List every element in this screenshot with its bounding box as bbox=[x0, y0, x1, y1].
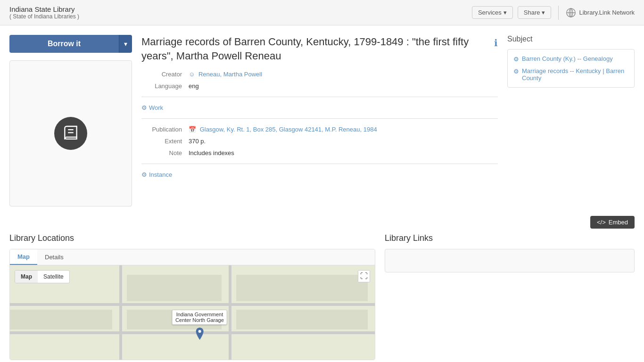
publication-label: Publication bbox=[141, 123, 189, 135]
map-block-3 bbox=[10, 310, 112, 329]
note-value: Includes indexes bbox=[189, 147, 498, 159]
embed-button[interactable]: </> Embed bbox=[590, 216, 635, 229]
bottom-section: Library Locations Map Details bbox=[0, 233, 644, 362]
subject-box: ⚙ Barren County (Ky.) -- Genealogy ⚙ Mar… bbox=[507, 49, 635, 88]
calendar-icon: 📅 bbox=[189, 126, 196, 133]
gear-work-icon: ⚙ bbox=[141, 104, 147, 111]
map-marker: Indiana GovernmentCenter North Garage bbox=[172, 310, 227, 341]
instance-label: Instance bbox=[149, 171, 172, 178]
svg-point-6 bbox=[198, 330, 201, 333]
language-row: Language eng bbox=[141, 80, 498, 92]
network-globe-icon bbox=[566, 8, 576, 18]
subject-link-1[interactable]: Marriage records -- Kentucky | Barren Co… bbox=[522, 67, 628, 82]
borrow-dropdown-button[interactable]: ▾ bbox=[119, 35, 132, 53]
extent-row: Extent 370 p. bbox=[141, 135, 498, 147]
work-row: ⚙ Work bbox=[141, 102, 498, 114]
share-chevron-icon: ▾ bbox=[542, 9, 545, 16]
map-road-v1 bbox=[119, 265, 122, 360]
person-icon: ☺ bbox=[189, 71, 195, 78]
map-block-2 bbox=[236, 275, 368, 301]
divider-work bbox=[141, 97, 498, 97]
record-title-text: Marriage records of Barren County, Kentu… bbox=[141, 36, 469, 62]
map-container: Map Details bbox=[9, 249, 375, 360]
header-divider bbox=[558, 6, 559, 20]
institution-sub: ( State of Indiana Libraries ) bbox=[9, 13, 79, 20]
book-cover-image bbox=[9, 60, 132, 206]
work-label: Work bbox=[149, 104, 163, 111]
gear-instance-icon: ⚙ bbox=[141, 171, 147, 178]
creator-link[interactable]: Reneau, Martha Powell bbox=[198, 71, 262, 78]
borrow-it-button[interactable]: Borrow it bbox=[9, 35, 119, 53]
map-road-v2 bbox=[229, 265, 231, 360]
gear-icon-0: ⚙ bbox=[513, 56, 519, 63]
borrow-button-group: Borrow it ▾ bbox=[9, 35, 132, 53]
book-icon bbox=[62, 124, 80, 142]
instance-row: ⚙ Instance bbox=[141, 169, 498, 181]
map-tab-details[interactable]: Details bbox=[37, 249, 71, 265]
institution-name: Indiana State Library bbox=[9, 5, 79, 13]
main-content: Borrow it ▾ Marriage records of Barren C… bbox=[0, 25, 644, 216]
map-block-5 bbox=[236, 310, 368, 329]
map-block-1 bbox=[127, 275, 222, 301]
services-chevron-icon: ▾ bbox=[504, 9, 507, 16]
note-row: Note Includes indexes bbox=[141, 147, 498, 159]
share-label: Share bbox=[524, 9, 540, 16]
subject-item-1: ⚙ Marriage records -- Kentucky | Barren … bbox=[513, 67, 628, 82]
map-button-map[interactable]: Map bbox=[15, 271, 38, 283]
metadata-table: Creator ☺ Reneau, Martha Powell Language… bbox=[141, 68, 498, 92]
header-nav: Services ▾ Share ▾ Library.Link Network bbox=[472, 6, 635, 20]
embed-label: Embed bbox=[609, 219, 628, 226]
subject-heading: Subject bbox=[507, 35, 635, 43]
work-link[interactable]: ⚙ Work bbox=[141, 104, 498, 111]
left-panel: Borrow it ▾ bbox=[9, 35, 132, 206]
subject-item-0: ⚙ Barren County (Ky.) -- Genealogy bbox=[513, 55, 628, 63]
publication-row: Publication 📅 Glasgow, Ky. Rt. 1, Box 28… bbox=[141, 123, 498, 135]
extent-label: Extent bbox=[141, 135, 189, 147]
extent-value: 370 p. bbox=[189, 135, 498, 147]
subject-link-0[interactable]: Barren County (Ky.) -- Genealogy bbox=[522, 55, 613, 62]
creator-value: ☺ Reneau, Martha Powell bbox=[189, 68, 498, 80]
note-label: Note bbox=[141, 147, 189, 159]
map-pin-icon bbox=[194, 327, 205, 341]
gear-icon-1: ⚙ bbox=[513, 68, 519, 75]
book-icon-circle bbox=[54, 117, 87, 150]
map-area[interactable]: Map Satellite ⛶ Indiana GovernmentCenter… bbox=[10, 265, 375, 360]
creator-label: Creator bbox=[141, 68, 189, 80]
map-button-satellite[interactable]: Satellite bbox=[38, 271, 69, 283]
library-locations: Library Locations Map Details bbox=[9, 233, 375, 360]
network-label: Library.Link Network bbox=[579, 9, 635, 16]
right-panel: Subject ⚙ Barren County (Ky.) -- Genealo… bbox=[507, 35, 635, 206]
header: Indiana State Library ( State of Indiana… bbox=[0, 0, 644, 25]
share-button[interactable]: Share ▾ bbox=[518, 6, 552, 19]
publication-value: 📅 Glasgow, Ky. Rt. 1, Box 285, Glasgow 4… bbox=[189, 123, 498, 135]
links-box bbox=[385, 249, 635, 272]
map-fullscreen-button[interactable]: ⛶ bbox=[358, 270, 370, 282]
language-value: eng bbox=[189, 80, 498, 92]
map-type-buttons: Map Satellite bbox=[15, 270, 70, 283]
library-links-title: Library Links bbox=[385, 233, 635, 243]
map-tabs: Map Details bbox=[10, 249, 375, 265]
embed-code-icon: </> bbox=[597, 219, 606, 226]
services-button[interactable]: Services ▾ bbox=[472, 6, 513, 19]
record-title: Marriage records of Barren County, Kentu… bbox=[141, 35, 498, 63]
map-controls: ⛶ bbox=[358, 270, 370, 282]
creator-row: Creator ☺ Reneau, Martha Powell bbox=[141, 68, 498, 80]
language-label: Language bbox=[141, 80, 189, 92]
library-links: Library Links bbox=[385, 233, 635, 360]
center-panel: Marriage records of Barren County, Kentu… bbox=[141, 35, 498, 206]
divider-instance bbox=[141, 164, 498, 164]
services-label: Services bbox=[478, 9, 502, 16]
instance-link[interactable]: ⚙ Instance bbox=[141, 171, 498, 178]
publication-table: Publication 📅 Glasgow, Ky. Rt. 1, Box 28… bbox=[141, 123, 498, 159]
map-tab-map[interactable]: Map bbox=[10, 249, 37, 265]
network-link[interactable]: Library.Link Network bbox=[566, 8, 635, 18]
publication-link[interactable]: Glasgow, Ky. Rt. 1, Box 285, Glasgow 421… bbox=[200, 126, 377, 133]
header-institution-block: Indiana State Library ( State of Indiana… bbox=[9, 5, 79, 20]
info-icon[interactable]: ℹ bbox=[494, 37, 498, 49]
map-road-h1 bbox=[10, 303, 375, 306]
embed-row: </> Embed bbox=[0, 216, 644, 233]
map-marker-label: Indiana GovernmentCenter North Garage bbox=[172, 310, 227, 325]
library-locations-title: Library Locations bbox=[9, 233, 375, 243]
divider-pub bbox=[141, 118, 498, 119]
